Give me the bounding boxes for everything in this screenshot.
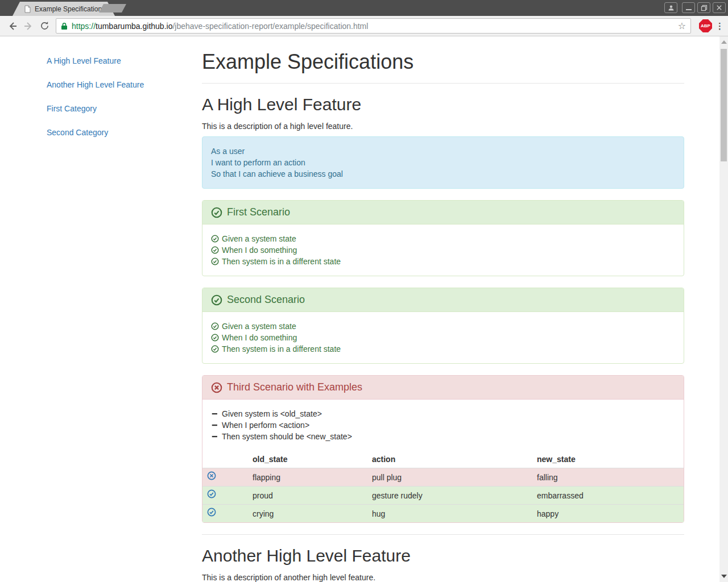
step-text: Then system is in a different state: [222, 343, 341, 355]
browser-menu-icon[interactable]: ⋮: [715, 21, 723, 31]
examples-header-cell: [202, 451, 248, 468]
sidebar-link[interactable]: Another High Level Feature: [47, 80, 144, 89]
narrative-line: I want to perform an action: [211, 157, 675, 168]
profile-button[interactable]: [664, 2, 677, 13]
vertical-scrollbar[interactable]: [719, 36, 728, 582]
examples-row: proudgesture rudelyembarrassed: [202, 487, 684, 505]
browser-tab[interactable]: Example Specifications ✕: [13, 2, 115, 16]
examples-row: cryinghughappy: [202, 505, 684, 523]
scrollbar-thumb[interactable]: [721, 49, 727, 161]
remove-circle-icon: [207, 471, 216, 480]
scenario-step: Then system is in a different state: [211, 256, 675, 267]
examples-cell: proud: [248, 487, 367, 505]
step-text: Given a system state: [222, 321, 296, 332]
examples-header-cell: action: [367, 451, 532, 468]
scenario-title: Second Scenario: [227, 294, 305, 306]
examples-table: old_stateactionnew_stateflappingpull plu…: [202, 451, 684, 522]
reload-icon: [40, 21, 49, 31]
examples-cell: pull plug: [367, 468, 532, 487]
scenario-step: Given system is <old_state>: [211, 408, 675, 419]
feature-title: A High Level Feature: [202, 95, 684, 114]
step-text: Then system should be <new_state>: [222, 431, 352, 442]
restore-icon: [701, 5, 708, 11]
minus-icon: [211, 410, 219, 418]
ok-circle-icon: [211, 322, 219, 330]
sidebar-link[interactable]: First Category: [47, 104, 144, 113]
minus-icon: [211, 421, 219, 429]
adblock-extension-icon[interactable]: ABP: [699, 19, 712, 32]
url-domain: tumbarumba.github.io: [96, 22, 172, 31]
url-path: /jbehave-specification-report/example/sp…: [172, 22, 368, 31]
sidebar-item: Another High Level Feature: [47, 80, 144, 89]
ok-circle-icon: [207, 489, 216, 498]
feature-description: This is a description of another high le…: [202, 572, 684, 582]
row-status-cell[interactable]: [202, 505, 248, 523]
scenario-step: Given a system state: [211, 321, 675, 332]
ok-circle-icon: [211, 235, 219, 243]
forward-arrow-icon: [23, 21, 34, 31]
sidebar-link[interactable]: Second Category: [47, 128, 144, 137]
url-text: https://tumbarumba.github.io/jbehave-spe…: [72, 22, 675, 31]
ok-circle-icon: [211, 257, 219, 265]
scenario-panel: First ScenarioGiven a system stateWhen I…: [202, 200, 684, 276]
scenario-step: Then system should be <new_state>: [211, 431, 675, 442]
scenario-step: When I do something: [211, 244, 675, 256]
reload-button[interactable]: [36, 18, 52, 34]
narrative-line: As a user: [211, 146, 675, 157]
sidebar-item: Second Category: [47, 128, 144, 137]
section-divider: [202, 83, 684, 84]
ok-circle-icon: [211, 246, 219, 254]
scroll-up-icon[interactable]: [721, 40, 727, 44]
scenario-body: Given a system stateWhen I do somethingT…: [202, 312, 684, 363]
restore-button[interactable]: [697, 2, 710, 13]
scroll-down-icon[interactable]: [721, 575, 727, 578]
content: Example Specifications A High Level Feat…: [202, 36, 684, 582]
examples-cell: crying: [248, 505, 367, 523]
narrative-box: As a userI want to perform an actionSo t…: [202, 136, 684, 189]
sidebar-item: First Category: [47, 104, 144, 113]
step-text: When I do something: [222, 332, 297, 343]
close-icon: [716, 5, 722, 11]
ok-circle-icon: [211, 345, 219, 353]
scenario-heading: Second Scenario: [202, 288, 684, 312]
scenario-step: Then system is in a different state: [211, 343, 675, 355]
scenario-step: When I perform <action>: [211, 419, 675, 431]
examples-header-row: old_stateactionnew_state: [202, 451, 684, 468]
narrative-line: So that I can achieve a business goal: [211, 168, 675, 180]
ok-circle-icon: [211, 207, 222, 218]
feature-title: Another High Level Feature: [202, 546, 684, 565]
scenario-heading: Third Scenario with Examples: [202, 376, 684, 400]
minus-icon: [211, 433, 219, 440]
features-container: A High Level FeatureThis is a descriptio…: [202, 83, 684, 582]
scenario-step: When I do something: [211, 332, 675, 343]
page-favicon-icon: [24, 5, 31, 13]
ok-circle-icon: [211, 294, 222, 306]
step-text: Then system is in a different state: [222, 256, 341, 267]
back-arrow-icon: [7, 21, 18, 31]
bookmark-star-icon[interactable]: ☆: [678, 20, 686, 31]
padlock-icon: [61, 22, 68, 30]
browser-toolbar: https://tumbarumba.github.io/jbehave-spe…: [0, 16, 728, 36]
examples-cell: falling: [532, 468, 684, 487]
row-status-cell[interactable]: [202, 487, 248, 505]
examples-cell: embarrassed: [532, 487, 684, 505]
sidebar-link[interactable]: A High Level Feature: [47, 56, 144, 65]
row-status-cell[interactable]: [202, 468, 248, 487]
url-scheme: https://: [72, 22, 96, 31]
new-tab-button[interactable]: [99, 4, 126, 13]
sidebar-nav: A High Level FeatureAnother High Level F…: [47, 56, 144, 152]
scenario-step: Given a system state: [211, 233, 675, 244]
forward-button[interactable]: [20, 18, 36, 34]
feature-description: This is a description of a high level fe…: [202, 120, 684, 132]
close-button[interactable]: [713, 2, 726, 13]
minimize-button[interactable]: [682, 2, 695, 13]
scenario-title: Third Scenario with Examples: [227, 381, 362, 393]
step-text: When I perform <action>: [222, 419, 309, 431]
back-button[interactable]: [5, 18, 20, 34]
tab-title: Example Specifications: [35, 5, 105, 13]
remove-circle-icon: [211, 382, 222, 393]
scenario-body: Given system is <old_state>When I perfor…: [202, 400, 684, 451]
address-bar[interactable]: https://tumbarumba.github.io/jbehave-spe…: [56, 18, 691, 34]
section-divider: [202, 534, 684, 535]
tab-bar: Example Specifications ✕: [0, 0, 728, 16]
